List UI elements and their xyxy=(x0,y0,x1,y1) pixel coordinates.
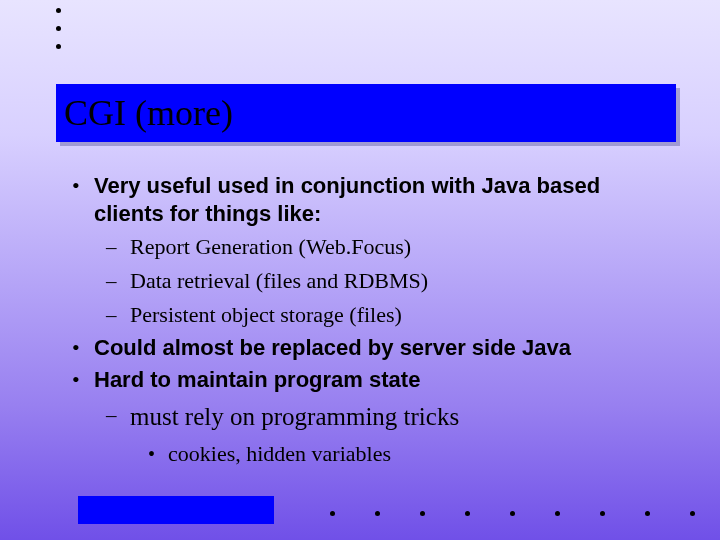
slide-title: CGI (more) xyxy=(64,92,233,134)
bullet-level2: – must rely on programming tricks xyxy=(106,400,666,434)
bottom-decorative-bar xyxy=(78,496,274,524)
dash-icon: – xyxy=(106,266,130,296)
bullet-text: Could almost be replaced by server side … xyxy=(94,334,571,362)
slide-content: • Very useful used in conjunction with J… xyxy=(66,172,666,472)
top-decorative-dots xyxy=(56,8,61,49)
bullet-text: Hard to maintain program state xyxy=(94,366,420,394)
title-bar: CGI (more) xyxy=(56,84,676,142)
bullet-dot-icon: • xyxy=(66,172,94,228)
bullet-text: Persistent object storage (files) xyxy=(130,300,402,330)
bullet-level2: – Persistent object storage (files) xyxy=(106,300,666,330)
bullet-text: Very useful used in conjunction with Jav… xyxy=(94,172,666,228)
bullet-dot-icon: • xyxy=(146,440,168,468)
dash-icon: – xyxy=(106,300,130,330)
bullet-text: Data retrieval (files and RDBMS) xyxy=(130,266,428,296)
bullet-text: Report Generation (Web.Focus) xyxy=(130,232,411,262)
bullet-level3: • cookies, hidden variables xyxy=(146,440,666,468)
bullet-level1: • Very useful used in conjunction with J… xyxy=(66,172,666,228)
bullet-level2: – Data retrieval (files and RDBMS) xyxy=(106,266,666,296)
bullet-text: must rely on programming tricks xyxy=(130,400,459,434)
dash-icon: – xyxy=(106,232,130,262)
bullet-dot-icon: • xyxy=(66,366,94,394)
bullet-level2: – Report Generation (Web.Focus) xyxy=(106,232,666,262)
bottom-decorative-dots xyxy=(330,511,695,516)
bullet-level1: • Hard to maintain program state xyxy=(66,366,666,394)
dash-icon: – xyxy=(106,400,130,434)
bullet-text: cookies, hidden variables xyxy=(168,440,391,468)
bullet-dot-icon: • xyxy=(66,334,94,362)
bullet-level1: • Could almost be replaced by server sid… xyxy=(66,334,666,362)
